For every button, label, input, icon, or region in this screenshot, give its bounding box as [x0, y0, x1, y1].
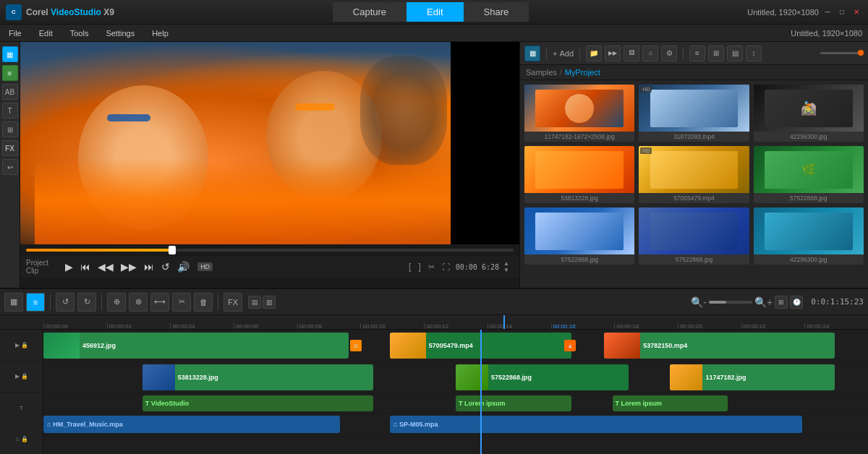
tl-delete-btn[interactable]: 🗑: [194, 293, 213, 312]
thumb-label-3: 42296300.jpg: [754, 132, 864, 142]
tl-snap-btn[interactable]: ⊗: [129, 293, 148, 312]
clip-trim-button[interactable]: ✂: [428, 262, 435, 272]
detail-view-btn[interactable]: ▤: [727, 46, 743, 61]
tl-fx-btn[interactable]: FX: [224, 293, 242, 312]
tab-share[interactable]: Share: [464, 2, 529, 22]
play-button[interactable]: ▶: [63, 261, 75, 273]
tool-transition[interactable]: ↩: [2, 159, 18, 175]
tl-sep1: [50, 294, 51, 310]
tool-ab[interactable]: AB: [2, 84, 18, 100]
tl-undo-btn[interactable]: ↺: [56, 293, 75, 312]
grid-view-btn[interactable]: ⊞: [708, 46, 724, 61]
track-lock-2[interactable]: 🔒: [21, 373, 28, 380]
media-thumb-7[interactable]: 57522868.jpg: [524, 207, 634, 265]
zoom-slider[interactable]: [709, 301, 752, 304]
mark-in-button[interactable]: [: [409, 262, 411, 272]
sort-btn[interactable]: ↕: [746, 46, 762, 61]
project-info: Untitled, 1920×1080: [747, 8, 819, 17]
media-thumb-4[interactable]: 53813228.jpg: [524, 146, 634, 203]
track-row-text: T VideoStudio T Lorem ipsum T Lorem ipsu…: [43, 393, 868, 414]
maximize-button[interactable]: □: [836, 7, 848, 18]
fit-view-btn[interactable]: ⊞: [775, 296, 788, 309]
media-thumb-2[interactable]: HD 31872093.mp4: [639, 85, 749, 142]
list-view-btn[interactable]: ≡: [689, 46, 705, 61]
media-thumb-3[interactable]: 🚵 42296300.jpg: [754, 85, 864, 142]
tool-fx[interactable]: FX: [2, 140, 18, 156]
ruler-12: 00:00:12: [424, 323, 488, 329]
media-thumb-5[interactable]: HD 57005479.mp4: [639, 146, 749, 203]
media-thumb-9[interactable]: 42296300.jpg: [754, 207, 864, 265]
tool-graphic[interactable]: ⊞: [2, 121, 18, 137]
audio-clip-travel[interactable]: ♫ HM_Travel_Music.mpa: [43, 416, 340, 433]
clip-456912[interactable]: 456912.jpg: [43, 333, 349, 359]
clip-53813228[interactable]: 53813228.jpg: [142, 364, 373, 390]
progress-thumb[interactable]: [169, 246, 176, 254]
title-bar-right: Untitled, 1920×1080 ─ □ ✕: [747, 7, 862, 18]
menu-edit[interactable]: Edit: [36, 27, 56, 39]
thumb-label-2: 31872093.mp4: [639, 132, 749, 142]
prev-frame-button[interactable]: ⏮: [78, 261, 93, 273]
timecode-stepper[interactable]: ▲ ▼: [503, 260, 514, 273]
zoom-out-btn[interactable]: 🔍-: [691, 296, 707, 308]
text-clip-label-2: T Lorem ipsum: [456, 400, 509, 407]
minimize-button[interactable]: ─: [822, 7, 833, 18]
media-video-btn[interactable]: ▦: [524, 46, 540, 61]
tl-toggle-btn[interactable]: ≡: [26, 293, 45, 312]
progress-bar[interactable]: [26, 249, 514, 252]
tool-track[interactable]: ≡: [2, 65, 18, 81]
repeat-button[interactable]: ↺: [159, 261, 172, 273]
close-button[interactable]: ✕: [851, 7, 862, 18]
slider-thumb[interactable]: [858, 50, 864, 56]
corel-logo-icon: C: [6, 4, 22, 20]
media-nav: Samples / MyProject: [520, 65, 868, 80]
track-lock-audio[interactable]: 🔒: [21, 436, 28, 442]
media-thumb-8[interactable]: 57522868.jpg: [639, 207, 749, 265]
text-clip-lorem2[interactable]: T Lorem ipsum: [613, 395, 728, 411]
transition-1[interactable]: B: [349, 333, 363, 359]
transition-2[interactable]: ▲: [563, 333, 577, 359]
tool-title[interactable]: T: [2, 103, 18, 119]
nav-samples[interactable]: Samples: [526, 68, 557, 77]
tl-record-btn[interactable]: ⊕: [107, 293, 126, 312]
media-thumb-1[interactable]: 11747182-1672×2508.jpg: [524, 85, 634, 142]
tl-clock-btn[interactable]: 🕐: [790, 296, 803, 309]
track-lock-1[interactable]: 🔒: [21, 342, 28, 348]
media-thumb-6[interactable]: 🌿 57522868.jpg: [754, 146, 864, 203]
tl-collapse-btn[interactable]: ▥: [263, 296, 276, 309]
track-row-2: 53813228.jpg 57522868.jpg 11747182.jpg: [43, 361, 868, 393]
volume-button[interactable]: 🔊: [175, 261, 192, 273]
step-back-button[interactable]: ◀◀: [95, 261, 116, 273]
menu-tools[interactable]: Tools: [67, 27, 92, 39]
fullscreen-button[interactable]: ⛶: [442, 262, 450, 271]
step-fwd-button[interactable]: ▶▶: [119, 261, 139, 273]
tl-track-btn[interactable]: ▦: [4, 293, 23, 312]
settings-filter-btn[interactable]: ⚙: [661, 46, 677, 61]
menu-help[interactable]: Help: [149, 27, 171, 39]
tool-video[interactable]: ▦: [2, 46, 18, 62]
tab-edit[interactable]: Edit: [407, 2, 463, 22]
nav-myproject[interactable]: MyProject: [565, 68, 600, 77]
menu-settings[interactable]: Settings: [103, 27, 137, 39]
clip-53782150[interactable]: 53782150.mp4: [604, 333, 835, 359]
video-filter-btn[interactable]: ▶▶: [605, 46, 621, 61]
add-media-button[interactable]: + + Add Add: [553, 49, 574, 58]
clip-label-2: 57005479.mp4: [426, 342, 571, 349]
tl-mixer-btn[interactable]: ▤: [248, 296, 261, 309]
folder-btn[interactable]: 📁: [586, 46, 602, 61]
audio-filter-btn[interactable]: ♫: [642, 46, 658, 61]
text-clip-lorem1[interactable]: T Lorem ipsum: [456, 395, 571, 411]
menu-file[interactable]: File: [6, 27, 25, 39]
mark-out-button[interactable]: ]: [418, 262, 420, 272]
tl-cut-btn[interactable]: ✂: [172, 293, 191, 312]
image-filter-btn[interactable]: 🖼: [624, 46, 639, 61]
tab-capture[interactable]: Capture: [333, 2, 407, 22]
clip-11747182[interactable]: 11747182.jpg: [670, 364, 835, 390]
thumb-size-slider[interactable]: [820, 52, 864, 54]
tl-ripple-btn[interactable]: ⟷: [150, 293, 169, 312]
timeline-toolbar: ▦ ≡ ↺ ↻ ⊕ ⊗ ⟷ ✂ 🗑 FX ▤ ▥ 🔍- 🔍+ ⊞ 🕐 0:0:1…: [0, 289, 868, 315]
next-frame-button[interactable]: ⏭: [142, 261, 156, 273]
tl-redo-btn[interactable]: ↻: [77, 293, 96, 312]
text-clip-videostudio[interactable]: T VideoStudio: [142, 395, 373, 411]
zoom-in-btn[interactable]: 🔍+: [754, 296, 773, 308]
audio-clip-sp[interactable]: ♫ SP-M05.mpa: [390, 416, 802, 433]
